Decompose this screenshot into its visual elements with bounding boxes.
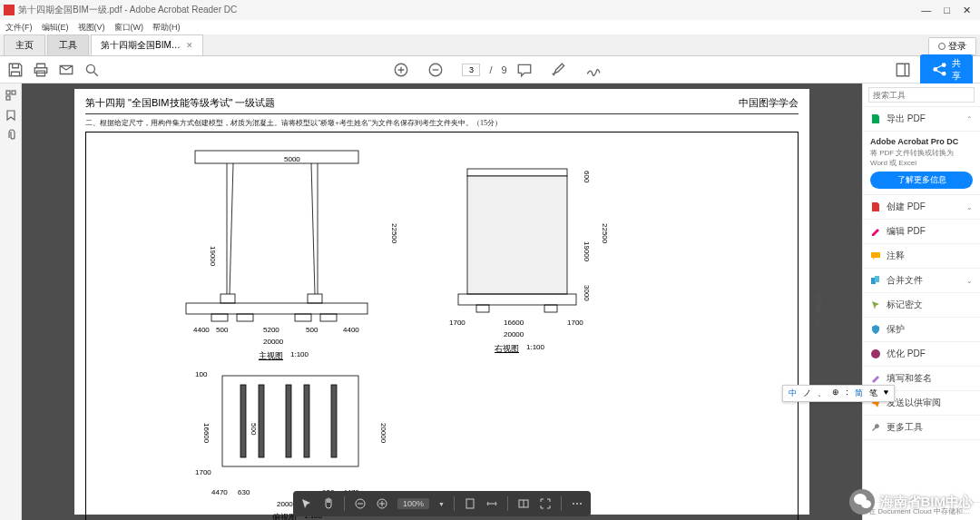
wrench-icon	[870, 422, 881, 433]
page-current-input[interactable]	[462, 64, 480, 76]
svg-rect-6	[6, 91, 10, 94]
select-tool-icon[interactable]	[300, 497, 313, 510]
mail-icon[interactable]	[58, 62, 74, 78]
promo-desc: 将 PDF 文件转换或转换为 Word 或 Excel	[870, 148, 973, 168]
floating-toolbar: 100% ▼	[293, 491, 591, 516]
svg-point-33	[576, 503, 578, 505]
svg-rect-23	[240, 385, 246, 457]
optimize-icon	[870, 348, 881, 359]
svg-rect-11	[308, 294, 322, 303]
chevron-up-icon: ⌃	[966, 115, 973, 123]
svg-rect-19	[458, 294, 576, 305]
drawing-frame: 5000 19000 22500 4400 500 5200 500 4400 …	[85, 132, 799, 520]
zoom-in-icon[interactable]	[393, 62, 409, 78]
hand-tool-icon[interactable]	[322, 497, 335, 510]
svg-rect-20	[476, 305, 489, 312]
front-elevation-drawing	[177, 142, 377, 350]
attachment-icon[interactable]	[5, 129, 17, 142]
create-icon	[870, 201, 881, 212]
more-icon[interactable]	[571, 497, 583, 510]
comment-item[interactable]: 注释	[863, 244, 980, 269]
svg-point-34	[580, 503, 582, 505]
fit-page-icon[interactable]	[464, 497, 476, 510]
wechat-watermark: 海南省BIM中心	[849, 489, 974, 515]
close-button[interactable]: ✕	[963, 5, 971, 16]
redact-icon	[870, 299, 881, 310]
promo-button[interactable]: 了解更多信息	[870, 172, 973, 189]
svg-rect-8	[6, 96, 10, 100]
tab-document-label: 第十四期全国BIM…	[101, 39, 181, 52]
fit-width-icon[interactable]	[485, 497, 498, 510]
ime-toolbar[interactable]: 中 ノ 、 ⊕ : 简 笔 ♥	[782, 385, 895, 402]
more-tools-item[interactable]: 更多工具	[863, 416, 980, 440]
print-icon[interactable]	[33, 62, 49, 78]
menu-file[interactable]: 文件(F)	[5, 22, 33, 34]
highlight-icon[interactable]	[551, 62, 567, 78]
svg-rect-12	[186, 303, 368, 314]
window-title: 第十四期全国BIM一级.pdf - Adobe Acrobat Reader D…	[18, 4, 921, 16]
menu-help[interactable]: 帮助(H)	[152, 22, 181, 34]
menu-window[interactable]: 窗口(W)	[114, 22, 144, 34]
combine-icon	[870, 275, 881, 286]
share-button[interactable]: 共享	[920, 54, 973, 85]
maximize-button[interactable]: □	[944, 5, 950, 16]
svg-rect-15	[295, 314, 311, 321]
edit-pdf-item[interactable]: 编辑 PDF	[863, 220, 980, 244]
organize-item[interactable]: 标记密文	[863, 293, 980, 318]
combine-item[interactable]: 合并文件⌄	[863, 269, 980, 293]
comment-icon[interactable]	[516, 62, 533, 78]
create-pdf-item[interactable]: 创建 PDF⌄	[863, 195, 980, 220]
export-pdf-item[interactable]: 导出 PDF ⌃	[863, 107, 980, 132]
wechat-label: 海南省BIM中心	[880, 494, 974, 511]
tools-search-input[interactable]	[868, 87, 975, 103]
optimize-item[interactable]: 优化 PDF	[863, 342, 980, 367]
page-sep: /	[489, 64, 492, 75]
export-icon	[870, 113, 881, 124]
thumbnails-icon[interactable]	[5, 89, 17, 102]
login-button[interactable]: 登录	[928, 37, 976, 55]
menu-view[interactable]: 视图(V)	[78, 22, 105, 34]
ft-zoom-out-icon[interactable]	[354, 497, 367, 510]
zoom-level[interactable]: 100%	[397, 498, 429, 509]
tab-close-icon[interactable]: ✕	[186, 41, 193, 50]
tab-tools[interactable]: 工具	[47, 34, 89, 55]
panel-toggle-icon[interactable]	[895, 62, 911, 78]
ft-zoom-in-icon[interactable]	[376, 497, 388, 510]
tab-home[interactable]: 主页	[4, 34, 45, 55]
search-icon[interactable]	[83, 62, 100, 78]
doc-title-right: 中国图学学会	[739, 96, 799, 110]
svg-rect-9	[195, 151, 358, 163]
edit-icon	[870, 226, 881, 237]
svg-rect-14	[237, 314, 253, 321]
tab-document[interactable]: 第十四期全国BIM… ✕	[91, 34, 203, 55]
svg-rect-21	[544, 305, 557, 312]
svg-rect-26	[304, 385, 309, 457]
plan-drawing	[213, 367, 368, 507]
svg-rect-7	[12, 91, 15, 94]
doc-title-left: 第十四期 "全国BIM技能等级考试" 一级试题	[85, 96, 275, 110]
page-number-side: 第 3 页 共 10 页	[812, 290, 822, 312]
svg-rect-27	[331, 385, 337, 457]
svg-rect-18	[467, 176, 567, 294]
zoom-out-icon[interactable]	[427, 62, 444, 78]
sign-icon[interactable]	[585, 62, 602, 78]
svg-rect-10	[220, 294, 235, 303]
svg-rect-24	[259, 385, 264, 457]
read-mode-icon[interactable]	[517, 497, 530, 510]
share-label: 共享	[952, 57, 962, 83]
svg-rect-25	[286, 385, 291, 457]
login-label: 登录	[948, 40, 966, 53]
bookmark-icon[interactable]	[5, 109, 17, 122]
question-text: 二、根据给定尺寸，用构件集方式创建模型，材质为混凝土。请将模型以"桥墩+考生姓名…	[85, 118, 799, 128]
svg-point-0	[86, 64, 94, 73]
user-icon	[938, 43, 946, 50]
svg-point-32	[573, 503, 574, 505]
comment-tool-icon	[870, 250, 881, 261]
pen-icon	[870, 373, 881, 384]
save-icon[interactable]	[7, 62, 24, 78]
minimize-button[interactable]: —	[921, 5, 931, 16]
page-total: 9	[501, 64, 506, 75]
protect-item[interactable]: 保护	[863, 318, 980, 342]
menu-edit[interactable]: 编辑(E)	[42, 22, 69, 34]
fullscreen-icon[interactable]	[539, 497, 552, 510]
